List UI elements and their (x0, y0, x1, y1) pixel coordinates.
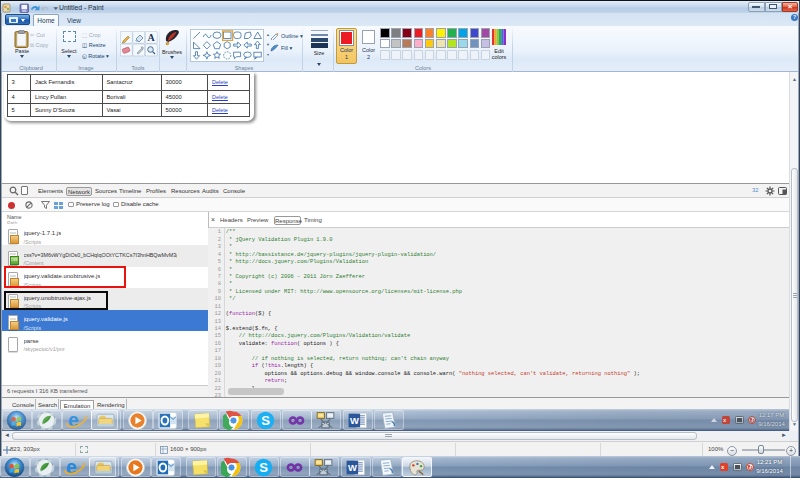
svg-text:S: S (259, 460, 268, 475)
svg-text:e: e (66, 457, 77, 478)
svg-text:W: W (348, 462, 357, 473)
svg-text:S: S (261, 413, 270, 428)
svg-text:e: e (68, 410, 79, 431)
svg-text:W: W (350, 415, 359, 426)
svg-text:A: A (148, 32, 156, 43)
